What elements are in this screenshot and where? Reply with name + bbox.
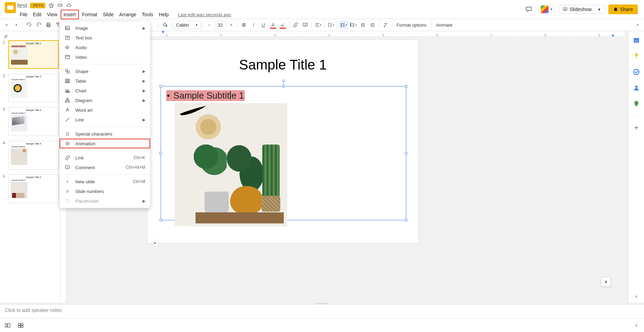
menu-slide[interactable]: Slide [100, 10, 116, 19]
animate-button[interactable]: Animate [433, 22, 455, 28]
highlight-color-button[interactable] [278, 20, 287, 29]
underline-button[interactable]: U [259, 20, 268, 29]
calendar-icon[interactable]: 31 [632, 36, 641, 44]
slides-logo[interactable] [3, 2, 17, 13]
resize-handle-n[interactable] [282, 85, 285, 87]
insert-menu-diagram[interactable]: Diagram ▶ [60, 95, 150, 105]
insert-menu-word-art[interactable]: Word art [60, 105, 150, 115]
resize-handle-e[interactable] [405, 152, 407, 155]
print-button[interactable] [44, 20, 53, 29]
increase-indent-button[interactable] [368, 20, 377, 29]
new-slide-dropdown[interactable]: ▾ [12, 20, 21, 29]
insert-menu-link[interactable]: Link Ctrl+K [60, 153, 150, 163]
textbox-option-button[interactable] [152, 240, 158, 247]
share-button[interactable]: Share [608, 4, 638, 14]
slide-image[interactable] [175, 103, 287, 226]
move-icon[interactable] [57, 2, 63, 9]
menu-tools[interactable]: Tools [139, 10, 156, 19]
new-slide-button[interactable]: ＋ [2, 20, 11, 29]
ruler-tick: 5 [381, 34, 408, 36]
slide-title-text[interactable]: Sample Title 1 [147, 57, 418, 73]
resize-handle-nw[interactable] [160, 85, 162, 87]
selected-textbox[interactable]: •Sample Subtitle 1 [161, 86, 406, 220]
bold-button[interactable]: B [239, 20, 248, 29]
meet-button[interactable]: ▼ [538, 4, 555, 14]
insert-menu-animation[interactable]: Animation [60, 139, 150, 148]
decrease-indent-button[interactable] [359, 20, 368, 29]
insert-menu-image[interactable]: Image ▶ [60, 23, 150, 33]
menu-arrange[interactable]: Arrange [117, 10, 139, 19]
font-size-increase[interactable]: + [227, 20, 236, 29]
redo-button[interactable] [34, 20, 43, 29]
insert-comment-button[interactable] [301, 20, 310, 29]
explore-button[interactable] [601, 277, 611, 287]
menu-file[interactable]: File [17, 10, 30, 19]
indent-marker-first-line[interactable] [162, 31, 164, 34]
tasks-icon[interactable] [632, 68, 641, 76]
indent-marker-right[interactable] [611, 34, 614, 36]
collapse-filmstrip-button[interactable] [633, 322, 640, 329]
star-icon[interactable] [48, 2, 54, 9]
menu-insert[interactable]: Insert [61, 10, 79, 19]
slide-subtitle-text[interactable]: •Sample Subtitle 1 [166, 90, 245, 101]
menu-item-label: Chart [75, 88, 138, 93]
maps-icon[interactable] [632, 100, 641, 108]
svg-rect-40 [21, 323, 23, 325]
slide-thumbnail[interactable]: Sample Title 2• Sample Subtitle 2 [8, 74, 59, 102]
insert-menu-new-slide[interactable]: ＋ New slide Ctrl+M [60, 177, 150, 186]
bulleted-list-button[interactable]: ▾ [339, 20, 348, 29]
insert-menu-slide-numbers[interactable]: # Slide numbers [60, 186, 150, 196]
line-spacing-button[interactable]: ▾ [326, 20, 335, 29]
insert-menu-video[interactable]: Video [60, 52, 150, 62]
resize-handle-w[interactable] [160, 152, 162, 155]
insert-menu-comment[interactable]: Comment Ctrl+Alt+M [60, 163, 150, 172]
resize-handle-se[interactable] [405, 219, 407, 221]
slide-thumbnail[interactable]: Sample Title 4• Sample Subtitle 4 [8, 141, 59, 169]
menu-view[interactable]: View [45, 10, 60, 19]
cloud-status-icon[interactable] [66, 2, 72, 9]
last-edit-link[interactable]: Last edit was seconds ago [178, 12, 231, 17]
filmstrip-view-button[interactable] [4, 322, 11, 329]
font-size-decrease[interactable]: − [205, 20, 214, 29]
format-options-button[interactable]: Format options [394, 22, 429, 28]
italic-button[interactable]: I [249, 20, 258, 29]
font-size-input[interactable]: 32 [214, 21, 226, 29]
speaker-notes[interactable]: Click to add speaker notes [0, 304, 644, 318]
insert-link-button[interactable] [291, 20, 300, 29]
menu-help[interactable]: Help [156, 10, 171, 19]
slide-thumbnail[interactable]: Sample Title 1Sample Subtitle 1 [8, 40, 59, 69]
contacts-icon[interactable] [632, 84, 641, 92]
insert-menu-special-characters[interactable]: Ω Special characters [60, 129, 150, 139]
keep-icon[interactable] [632, 52, 641, 60]
undo-button[interactable] [25, 20, 34, 29]
clear-formatting-button[interactable] [381, 20, 390, 29]
resize-handle-ne[interactable] [405, 85, 407, 87]
fill-color-button[interactable] [160, 20, 169, 29]
insert-menu-text-box[interactable]: Text box [60, 33, 150, 43]
doc-title[interactable]: test [17, 2, 27, 9]
grid-view-button[interactable] [17, 322, 24, 329]
insert-menu-chart[interactable]: Chart ▶ [60, 86, 150, 95]
insert-menu-shape[interactable]: Shape ▶ [60, 66, 150, 76]
insert-menu-line[interactable]: Line ▶ [60, 115, 150, 124]
align-button[interactable]: ▾ [314, 20, 323, 29]
chevron-down-icon[interactable]: ▼ [598, 8, 601, 11]
insert-menu-table[interactable]: Table ▶ [60, 76, 150, 86]
slideshow-button[interactable]: Slideshow ▼ [559, 5, 605, 14]
slide-thumbnail[interactable]: Sample Title 5• Sample Subtitle 5 [8, 174, 59, 203]
menu-format[interactable]: Format [80, 10, 100, 19]
collapse-toolbar-button[interactable] [634, 21, 642, 29]
font-family-select[interactable]: Calibri ▾ [173, 21, 201, 29]
menu-edit[interactable]: Edit [31, 10, 44, 19]
insert-menu-audio[interactable]: Audio [60, 43, 150, 52]
slide-thumbnail[interactable]: Sample Title 3• Sample Subtitle 3 [8, 107, 59, 136]
comment-history-icon[interactable] [523, 4, 535, 15]
resize-handle-sw[interactable] [160, 219, 162, 221]
rotation-handle[interactable] [282, 80, 285, 82]
slide-canvas[interactable]: Sample Title 1 •Sample Subtitle 1 [147, 39, 419, 243]
add-addon-icon[interactable] [632, 123, 641, 132]
numbered-list-button[interactable]: 123▾ [349, 20, 358, 29]
hide-side-panel-button[interactable] [634, 294, 639, 299]
image-icon [64, 25, 71, 31]
text-color-button[interactable]: A [269, 20, 278, 29]
